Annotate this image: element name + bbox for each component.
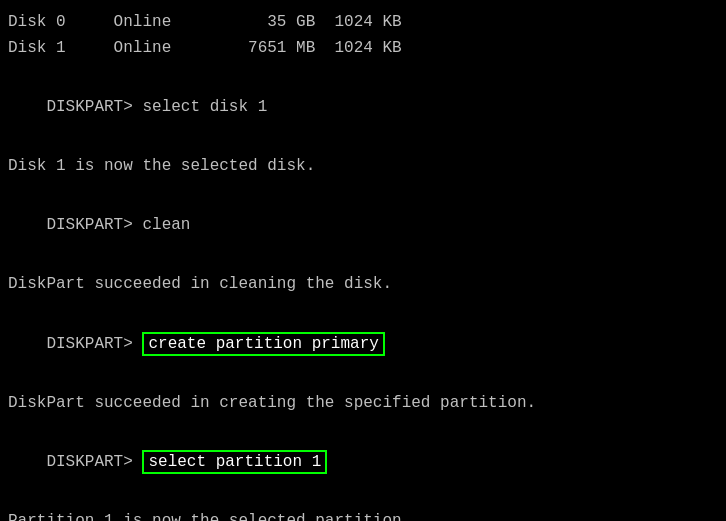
msg-selected-line: Disk 1 is now the selected disk. <box>8 154 718 180</box>
msg-create-line: DiskPart succeeded in creating the speci… <box>8 391 718 417</box>
prompt-select-part: DISKPART> <box>46 453 142 471</box>
disk0-line: Disk 0 Online 35 GB 1024 KB <box>8 10 718 36</box>
cmd-clean-line: DISKPART> clean <box>8 188 718 265</box>
cmd-create-line: DISKPART> create partition primary <box>8 306 718 383</box>
cmd-select-disk-line: DISKPART> select disk 1 <box>8 69 718 146</box>
msg-partition-line: Partition 1 is now the selected partitio… <box>8 509 718 521</box>
msg-clean-line: DiskPart succeeded in cleaning the disk. <box>8 272 718 298</box>
disk1-line: Disk 1 Online 7651 MB 1024 KB <box>8 36 718 62</box>
terminal-container: Disk 0 Online 35 GB 1024 KB Disk 1 Onlin… <box>8 10 718 521</box>
prompt-select-disk: DISKPART> <box>46 98 142 116</box>
cmd-select-disk-text: select disk 1 <box>142 98 267 116</box>
prompt-clean: DISKPART> <box>46 216 142 234</box>
cmd-create-highlighted: create partition primary <box>142 332 384 356</box>
cmd-select-part-line: DISKPART> select partition 1 <box>8 424 718 501</box>
prompt-create: DISKPART> <box>46 335 142 353</box>
cmd-select-part-highlighted: select partition 1 <box>142 450 327 474</box>
cmd-clean-text: clean <box>142 216 190 234</box>
